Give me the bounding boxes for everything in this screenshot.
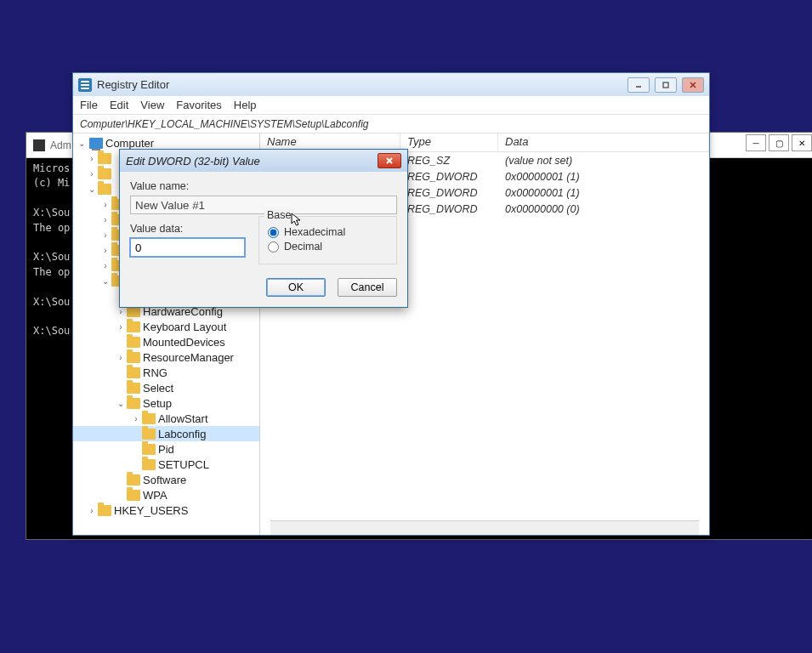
radio-hex-input[interactable]: [268, 227, 279, 238]
folder-icon: [127, 367, 140, 378]
value-name-field[interactable]: [130, 196, 397, 214]
regedit-titlebar[interactable]: Registry Editor: [73, 73, 709, 96]
chevron-down-icon[interactable]: ⌄: [77, 139, 87, 148]
dialog-title: Edit DWORD (32-bit) Value: [126, 155, 378, 168]
value-name-label: Value name:: [130, 180, 397, 192]
folder-icon: [142, 459, 156, 470]
dialog-titlebar[interactable]: Edit DWORD (32-bit) Value: [120, 150, 407, 172]
chevron-right-icon[interactable]: ›: [100, 230, 111, 240]
chevron-right-icon[interactable]: ›: [116, 353, 126, 362]
chevron-down-icon[interactable]: ⌄: [116, 399, 126, 408]
chevron-right-icon[interactable]: ›: [116, 307, 126, 316]
tree-node-keyboard-layout[interactable]: ›Keyboard Layout: [73, 319, 259, 334]
menubar: File Edit View Favorites Help: [73, 96, 709, 115]
folder-icon: [98, 168, 111, 179]
chevron-right-icon[interactable]: ›: [100, 246, 111, 255]
minimize-button[interactable]: [627, 77, 650, 93]
folder-icon: [127, 321, 140, 332]
tree-node-labconfig[interactable]: Labconfig: [73, 426, 259, 441]
radio-dec-input[interactable]: [268, 241, 279, 253]
folder-icon: [98, 184, 111, 195]
tree-node-software[interactable]: Software: [73, 472, 259, 487]
regedit-title: Registry Editor: [97, 78, 627, 91]
chevron-right-icon[interactable]: ›: [131, 414, 141, 423]
chevron-right-icon[interactable]: ›: [87, 506, 97, 515]
folder-icon: [127, 490, 140, 501]
col-header-data[interactable]: Data: [498, 133, 709, 151]
close-button[interactable]: [378, 153, 401, 168]
chevron-right-icon[interactable]: ›: [100, 215, 111, 224]
tree-node-setupcl[interactable]: SETUPCL: [73, 457, 259, 472]
radio-decimal[interactable]: Decimal: [268, 241, 388, 253]
menu-view[interactable]: View: [140, 99, 164, 111]
svg-rect-1: [663, 82, 668, 88]
chevron-right-icon[interactable]: ›: [100, 200, 111, 209]
horizontal-scrollbar[interactable]: [270, 520, 699, 535]
cancel-button[interactable]: Cancel: [338, 278, 397, 297]
edit-dword-dialog: Edit DWORD (32-bit) Value Value name: Va…: [119, 149, 408, 308]
minimize-button[interactable]: ─: [746, 134, 766, 151]
ok-button[interactable]: OK: [266, 278, 326, 297]
folder-icon: [142, 444, 156, 455]
folder-icon: [127, 352, 140, 363]
menu-help[interactable]: Help: [234, 99, 257, 111]
chevron-right-icon[interactable]: ›: [116, 322, 126, 332]
chevron-right-icon[interactable]: ›: [87, 169, 97, 179]
maximize-button[interactable]: ▢: [769, 134, 789, 151]
regedit-window-controls: [627, 77, 704, 93]
cmd-icon: [33, 139, 45, 151]
menu-file[interactable]: File: [80, 99, 98, 111]
tree-node-wpa[interactable]: WPA: [73, 487, 259, 503]
folder-icon: [98, 505, 111, 516]
value-data-field[interactable]: [130, 238, 245, 257]
chevron-down-icon[interactable]: ⌄: [100, 276, 111, 286]
base-label: Base: [264, 209, 294, 221]
menu-edit[interactable]: Edit: [110, 99, 128, 111]
folder-icon: [142, 413, 156, 424]
chevron-down-icon[interactable]: ⌄: [87, 185, 97, 194]
value-data-label: Value data:: [130, 223, 245, 235]
menu-favorites[interactable]: Favorites: [176, 99, 221, 111]
folder-icon: [127, 398, 140, 409]
tree-node-resourcemanager[interactable]: ›ResourceManager: [73, 349, 259, 365]
close-button[interactable]: ✕: [792, 134, 812, 151]
folder-icon: [142, 429, 156, 440]
chevron-right-icon[interactable]: ›: [100, 261, 111, 270]
tree-node-select[interactable]: Select: [73, 380, 259, 395]
close-button[interactable]: [682, 77, 704, 93]
console-window-controls: ─ ▢ ✕: [746, 134, 812, 151]
tree-node-rng[interactable]: RNG: [73, 365, 259, 380]
folder-icon: [127, 337, 140, 348]
maximize-button[interactable]: [655, 77, 677, 93]
tree-node-setup[interactable]: ⌄Setup: [73, 395, 259, 411]
folder-icon: [127, 474, 140, 485]
address-bar[interactable]: Computer\HKEY_LOCAL_MACHINE\SYSTEM\Setup…: [73, 115, 709, 133]
computer-icon: [89, 138, 103, 149]
regedit-icon: [78, 78, 92, 92]
folder-icon: [127, 383, 140, 394]
base-group: Base Hexadecimal Decimal: [258, 216, 397, 264]
tree-node-allowstart[interactable]: ›AllowStart: [73, 411, 259, 426]
tree-node-mounteddevices[interactable]: MountedDevices: [73, 334, 259, 349]
folder-icon: [98, 153, 111, 164]
tree-node-pid[interactable]: Pid: [73, 441, 259, 457]
chevron-right-icon[interactable]: ›: [87, 154, 97, 163]
radio-hexadecimal[interactable]: Hexadecimal: [268, 226, 388, 238]
tree-node-hkey-users[interactable]: ›HKEY_USERS: [73, 503, 259, 518]
col-header-type[interactable]: Type: [400, 133, 498, 151]
